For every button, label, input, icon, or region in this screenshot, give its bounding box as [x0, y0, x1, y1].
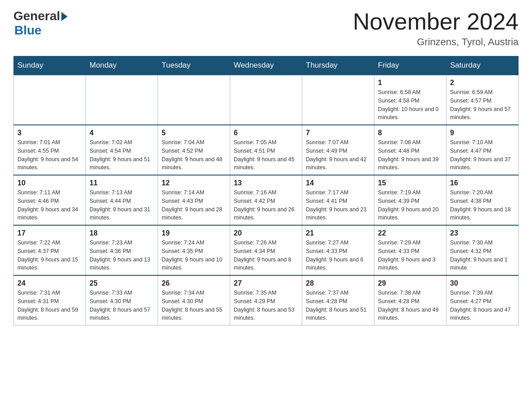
day-header-sunday: Sunday — [14, 56, 86, 75]
week-row-1: 1Sunrise: 6:58 AMSunset: 4:58 PMDaylight… — [14, 75, 519, 125]
week-row-3: 10Sunrise: 7:11 AMSunset: 4:46 PMDayligh… — [14, 175, 519, 225]
header-right: November 2024 Grinzens, Tyrol, Austria — [353, 9, 519, 48]
calendar-cell: 14Sunrise: 7:17 AMSunset: 4:41 PMDayligh… — [302, 175, 374, 225]
calendar-cell: 7Sunrise: 7:07 AMSunset: 4:49 PMDaylight… — [302, 125, 374, 175]
day-header-saturday: Saturday — [446, 56, 519, 75]
day-info: Sunrise: 7:14 AMSunset: 4:43 PMDaylight:… — [162, 188, 226, 222]
day-number: 28 — [306, 279, 370, 287]
day-info: Sunrise: 7:13 AMSunset: 4:44 PMDaylight:… — [90, 188, 154, 222]
calendar-cell — [86, 75, 158, 125]
day-info: Sunrise: 7:05 AMSunset: 4:51 PMDaylight:… — [234, 138, 298, 172]
calendar-cell: 29Sunrise: 7:38 AMSunset: 4:28 PMDayligh… — [374, 275, 446, 325]
day-header-wednesday: Wednesday — [230, 56, 302, 75]
day-number: 29 — [378, 279, 442, 287]
day-number: 2 — [450, 79, 515, 87]
calendar-cell: 2Sunrise: 6:59 AMSunset: 4:57 PMDaylight… — [446, 75, 519, 125]
day-info: Sunrise: 7:01 AMSunset: 4:55 PMDaylight:… — [17, 138, 82, 172]
day-header-thursday: Thursday — [302, 56, 374, 75]
day-header-row: SundayMondayTuesdayWednesdayThursdayFrid… — [14, 56, 519, 75]
logo-arrow-icon — [61, 12, 68, 21]
day-info: Sunrise: 7:23 AMSunset: 4:36 PMDaylight:… — [90, 239, 154, 272]
day-number: 1 — [378, 79, 442, 87]
day-info: Sunrise: 6:58 AMSunset: 4:58 PMDaylight:… — [378, 88, 442, 122]
calendar-cell: 24Sunrise: 7:31 AMSunset: 4:31 PMDayligh… — [14, 275, 86, 325]
week-row-2: 3Sunrise: 7:01 AMSunset: 4:55 PMDaylight… — [14, 125, 519, 175]
week-row-4: 17Sunrise: 7:22 AMSunset: 4:37 PMDayligh… — [14, 225, 519, 275]
calendar-cell: 22Sunrise: 7:29 AMSunset: 4:33 PMDayligh… — [374, 225, 446, 275]
day-number: 9 — [450, 129, 515, 137]
logo: General Blue — [13, 9, 68, 38]
calendar-cell: 13Sunrise: 7:16 AMSunset: 4:42 PMDayligh… — [230, 175, 302, 225]
day-info: Sunrise: 7:11 AMSunset: 4:46 PMDaylight:… — [17, 188, 82, 222]
calendar-table: SundayMondayTuesdayWednesdayThursdayFrid… — [13, 56, 519, 325]
day-number: 23 — [450, 229, 515, 237]
day-info: Sunrise: 7:35 AMSunset: 4:29 PMDaylight:… — [234, 289, 298, 322]
day-info: Sunrise: 7:16 AMSunset: 4:42 PMDaylight:… — [234, 188, 298, 222]
calendar-cell: 27Sunrise: 7:35 AMSunset: 4:29 PMDayligh… — [230, 275, 302, 325]
calendar-cell: 30Sunrise: 7:39 AMSunset: 4:27 PMDayligh… — [446, 275, 519, 325]
day-number: 25 — [90, 279, 154, 287]
day-info: Sunrise: 7:08 AMSunset: 4:48 PMDaylight:… — [378, 138, 442, 172]
location-text: Grinzens, Tyrol, Austria — [353, 36, 519, 48]
calendar-cell: 4Sunrise: 7:02 AMSunset: 4:54 PMDaylight… — [86, 125, 158, 175]
day-info: Sunrise: 7:24 AMSunset: 4:35 PMDaylight:… — [162, 239, 226, 272]
calendar-cell: 9Sunrise: 7:10 AMSunset: 4:47 PMDaylight… — [446, 125, 519, 175]
day-number: 8 — [378, 129, 442, 137]
day-number: 19 — [162, 229, 226, 237]
day-number: 12 — [162, 179, 226, 187]
calendar-cell: 23Sunrise: 7:30 AMSunset: 4:32 PMDayligh… — [446, 225, 519, 275]
day-number: 22 — [378, 229, 442, 237]
day-info: Sunrise: 7:39 AMSunset: 4:27 PMDaylight:… — [450, 289, 515, 322]
day-number: 4 — [90, 129, 154, 137]
day-info: Sunrise: 7:33 AMSunset: 4:30 PMDaylight:… — [90, 289, 154, 322]
calendar-cell: 5Sunrise: 7:04 AMSunset: 4:52 PMDaylight… — [158, 125, 230, 175]
day-number: 17 — [17, 229, 82, 237]
calendar-cell: 26Sunrise: 7:34 AMSunset: 4:30 PMDayligh… — [158, 275, 230, 325]
calendar-cell: 25Sunrise: 7:33 AMSunset: 4:30 PMDayligh… — [86, 275, 158, 325]
day-number: 30 — [450, 279, 515, 287]
calendar-cell: 17Sunrise: 7:22 AMSunset: 4:37 PMDayligh… — [14, 225, 86, 275]
calendar-cell: 18Sunrise: 7:23 AMSunset: 4:36 PMDayligh… — [86, 225, 158, 275]
day-info: Sunrise: 7:10 AMSunset: 4:47 PMDaylight:… — [450, 138, 515, 172]
day-info: Sunrise: 7:22 AMSunset: 4:37 PMDaylight:… — [17, 239, 82, 272]
page-header: General Blue November 2024 Grinzens, Tyr… — [13, 9, 519, 48]
day-info: Sunrise: 7:02 AMSunset: 4:54 PMDaylight:… — [90, 138, 154, 172]
week-row-5: 24Sunrise: 7:31 AMSunset: 4:31 PMDayligh… — [14, 275, 519, 325]
day-info: Sunrise: 7:04 AMSunset: 4:52 PMDaylight:… — [162, 138, 226, 172]
calendar-cell — [230, 75, 302, 125]
day-info: Sunrise: 7:30 AMSunset: 4:32 PMDaylight:… — [450, 239, 515, 272]
calendar-cell: 6Sunrise: 7:05 AMSunset: 4:51 PMDaylight… — [230, 125, 302, 175]
day-number: 20 — [234, 229, 298, 237]
calendar-cell: 28Sunrise: 7:37 AMSunset: 4:28 PMDayligh… — [302, 275, 374, 325]
day-number: 3 — [17, 129, 82, 137]
day-number: 5 — [162, 129, 226, 137]
calendar-cell — [14, 75, 86, 125]
day-number: 15 — [378, 179, 442, 187]
day-number: 16 — [450, 179, 515, 187]
calendar-cell: 3Sunrise: 7:01 AMSunset: 4:55 PMDaylight… — [14, 125, 86, 175]
calendar-cell: 8Sunrise: 7:08 AMSunset: 4:48 PMDaylight… — [374, 125, 446, 175]
day-info: Sunrise: 7:19 AMSunset: 4:39 PMDaylight:… — [378, 188, 442, 222]
day-info: Sunrise: 7:27 AMSunset: 4:33 PMDaylight:… — [306, 239, 370, 272]
day-header-tuesday: Tuesday — [158, 56, 230, 75]
day-number: 7 — [306, 129, 370, 137]
day-info: Sunrise: 7:17 AMSunset: 4:41 PMDaylight:… — [306, 188, 370, 222]
calendar-cell: 15Sunrise: 7:19 AMSunset: 4:39 PMDayligh… — [374, 175, 446, 225]
day-number: 11 — [90, 179, 154, 187]
day-info: Sunrise: 7:34 AMSunset: 4:30 PMDaylight:… — [162, 289, 226, 322]
calendar-cell: 16Sunrise: 7:20 AMSunset: 4:38 PMDayligh… — [446, 175, 519, 225]
calendar-cell: 20Sunrise: 7:26 AMSunset: 4:34 PMDayligh… — [230, 225, 302, 275]
calendar-cell: 11Sunrise: 7:13 AMSunset: 4:44 PMDayligh… — [86, 175, 158, 225]
day-number: 21 — [306, 229, 370, 237]
day-header-friday: Friday — [374, 56, 446, 75]
logo-blue-text: Blue — [14, 23, 42, 38]
day-number: 10 — [17, 179, 82, 187]
calendar-cell: 1Sunrise: 6:58 AMSunset: 4:58 PMDaylight… — [374, 75, 446, 125]
calendar-cell — [158, 75, 230, 125]
calendar-cell: 12Sunrise: 7:14 AMSunset: 4:43 PMDayligh… — [158, 175, 230, 225]
day-number: 6 — [234, 129, 298, 137]
calendar-cell: 21Sunrise: 7:27 AMSunset: 4:33 PMDayligh… — [302, 225, 374, 275]
day-info: Sunrise: 7:29 AMSunset: 4:33 PMDaylight:… — [378, 239, 442, 272]
logo-general-text: General — [13, 9, 60, 23]
day-info: Sunrise: 7:38 AMSunset: 4:28 PMDaylight:… — [378, 289, 442, 322]
